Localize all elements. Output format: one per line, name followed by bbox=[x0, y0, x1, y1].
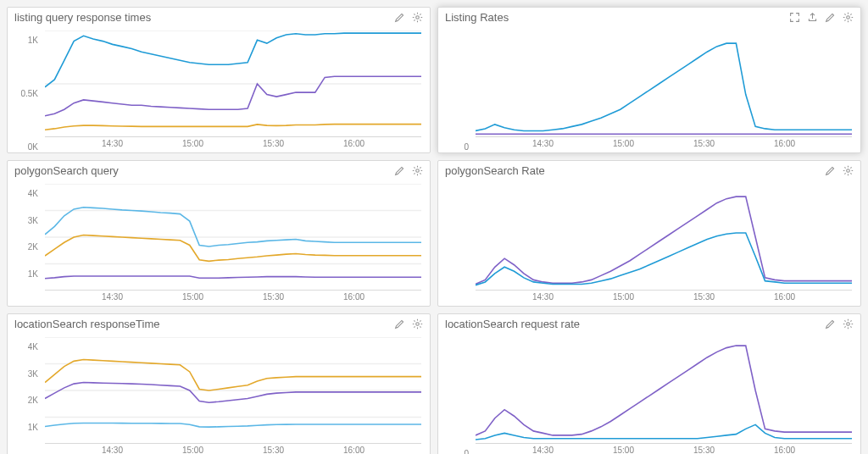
pencil-icon[interactable] bbox=[825, 12, 836, 23]
chart-area[interactable]: 14:3015:0015:3016:00 bbox=[438, 180, 860, 306]
panel-polygonsearch-rate: polygonSearch Rate14:3015:0015:3016:00 bbox=[437, 160, 861, 307]
gear-icon[interactable] bbox=[843, 12, 854, 23]
x-tick: 14:30 bbox=[102, 446, 123, 454]
y-axis: 1K2K3K4K bbox=[8, 184, 42, 291]
panel-toolbar bbox=[394, 12, 423, 23]
pencil-icon[interactable] bbox=[825, 318, 836, 329]
gear-icon[interactable] bbox=[843, 165, 854, 176]
chart-area[interactable]: 1K2K3K4K14:3015:0015:3016:00 bbox=[8, 334, 430, 454]
x-axis: 14:3015:0015:3016:00 bbox=[476, 139, 852, 151]
series-p90 bbox=[45, 383, 421, 403]
pencil-icon[interactable] bbox=[394, 318, 405, 329]
plot-svg bbox=[45, 30, 421, 137]
y-tick: 4K bbox=[28, 189, 38, 198]
y-tick: 4K bbox=[28, 342, 38, 352]
chart-area[interactable]: 014:3015:0015:3016:00 bbox=[438, 334, 860, 454]
x-tick: 14:30 bbox=[102, 292, 123, 302]
series-rateA bbox=[476, 346, 852, 435]
chart-area[interactable]: 014:3015:0015:3016:00 bbox=[438, 27, 860, 152]
x-tick: 16:00 bbox=[774, 292, 795, 302]
x-tick: 16:00 bbox=[343, 446, 364, 454]
x-tick: 16:00 bbox=[774, 446, 795, 454]
panel-title: locationSearch responseTime bbox=[14, 318, 394, 330]
y-tick: 0 bbox=[464, 449, 469, 455]
gear-icon[interactable] bbox=[412, 165, 423, 176]
chart-area[interactable]: 0K0.5K1K14:3015:0015:3016:00 bbox=[8, 27, 430, 152]
x-axis: 14:3015:0015:3016:00 bbox=[476, 446, 852, 454]
plot-svg bbox=[45, 184, 421, 291]
x-tick: 16:00 bbox=[343, 139, 364, 148]
svg-point-5 bbox=[847, 16, 850, 19]
y-tick: 1K bbox=[28, 36, 38, 45]
y-axis bbox=[438, 184, 472, 291]
x-tick: 15:30 bbox=[693, 139, 715, 148]
panel-header: polygonSearch query bbox=[8, 161, 430, 180]
panel-toolbar bbox=[394, 318, 423, 329]
panel-title: polygonSearch query bbox=[14, 164, 394, 177]
series-p50 bbox=[45, 423, 421, 427]
y-tick: 0.5K bbox=[20, 89, 38, 98]
svg-point-0 bbox=[416, 16, 420, 19]
y-tick: 3K bbox=[28, 368, 38, 378]
svg-point-16 bbox=[416, 323, 420, 326]
svg-point-8 bbox=[416, 169, 420, 173]
x-tick: 15:00 bbox=[182, 292, 203, 302]
plot-svg bbox=[476, 30, 852, 137]
x-tick: 15:00 bbox=[182, 446, 203, 454]
y-axis: 0 bbox=[438, 30, 472, 137]
y-tick: 1K bbox=[28, 422, 38, 431]
panel-polygonsearch-query: polygonSearch query1K2K3K4K14:3015:0015:… bbox=[7, 160, 431, 307]
y-tick: 2K bbox=[28, 242, 38, 252]
x-tick: 14:30 bbox=[532, 292, 554, 302]
plot-svg bbox=[476, 184, 852, 291]
gear-icon[interactable] bbox=[412, 318, 423, 329]
svg-point-22 bbox=[847, 323, 850, 326]
x-tick: 15:30 bbox=[263, 292, 284, 302]
panel-header: Listing Rates bbox=[438, 8, 860, 27]
x-tick: 16:00 bbox=[343, 292, 364, 302]
x-axis: 14:3015:0015:3016:00 bbox=[45, 446, 421, 454]
panel-listing-rates: Listing Rates014:3015:0015:3016:00 bbox=[437, 7, 861, 153]
pencil-icon[interactable] bbox=[394, 12, 405, 23]
panel-locationsearch-request-rate: locationSearch request rate014:3015:0015… bbox=[437, 313, 861, 454]
panel-header: locationSearch responseTime bbox=[8, 314, 430, 334]
panel-header: locationSearch request rate bbox=[438, 314, 860, 334]
x-tick: 14:30 bbox=[102, 139, 123, 148]
panel-header: polygonSearch Rate bbox=[438, 161, 860, 180]
panel-toolbar bbox=[789, 12, 854, 23]
x-tick: 15:30 bbox=[263, 446, 284, 454]
y-tick: 2K bbox=[28, 396, 38, 405]
panel-header: listing query response times bbox=[8, 8, 430, 27]
expand-icon[interactable] bbox=[789, 12, 800, 23]
panel-title: listing query response times bbox=[14, 11, 394, 24]
series-p99 bbox=[45, 208, 421, 246]
x-tick: 14:30 bbox=[532, 446, 554, 454]
share-icon[interactable] bbox=[807, 12, 818, 23]
gear-icon[interactable] bbox=[412, 12, 423, 23]
pencil-icon[interactable] bbox=[394, 165, 405, 176]
panel-title: locationSearch request rate bbox=[445, 318, 825, 330]
panel-toolbar bbox=[394, 165, 423, 176]
chart-area[interactable]: 1K2K3K4K14:3015:0015:3016:00 bbox=[8, 180, 430, 306]
y-tick: 3K bbox=[28, 215, 38, 224]
y-axis: 0 bbox=[438, 337, 472, 444]
panel-toolbar bbox=[825, 318, 854, 329]
panel-listing-query-response-times: listing query response times0K0.5K1K14:3… bbox=[7, 7, 431, 153]
x-tick: 15:00 bbox=[613, 292, 634, 302]
panel-toolbar bbox=[825, 165, 854, 176]
series-rateB bbox=[476, 233, 852, 285]
x-tick: 15:30 bbox=[693, 292, 715, 302]
x-tick: 16:00 bbox=[774, 139, 795, 148]
plot-svg bbox=[476, 337, 852, 444]
pencil-icon[interactable] bbox=[825, 165, 836, 176]
svg-point-14 bbox=[847, 169, 850, 173]
series-p50 bbox=[45, 276, 421, 279]
x-tick: 15:30 bbox=[263, 139, 284, 148]
y-tick: 1K bbox=[28, 269, 38, 278]
series-rateA bbox=[476, 197, 852, 284]
x-axis: 14:3015:0015:3016:00 bbox=[45, 139, 421, 151]
gear-icon[interactable] bbox=[843, 318, 854, 329]
panel-title: Listing Rates bbox=[445, 11, 789, 24]
series-p90 bbox=[45, 235, 421, 261]
series-p50 bbox=[45, 125, 421, 130]
